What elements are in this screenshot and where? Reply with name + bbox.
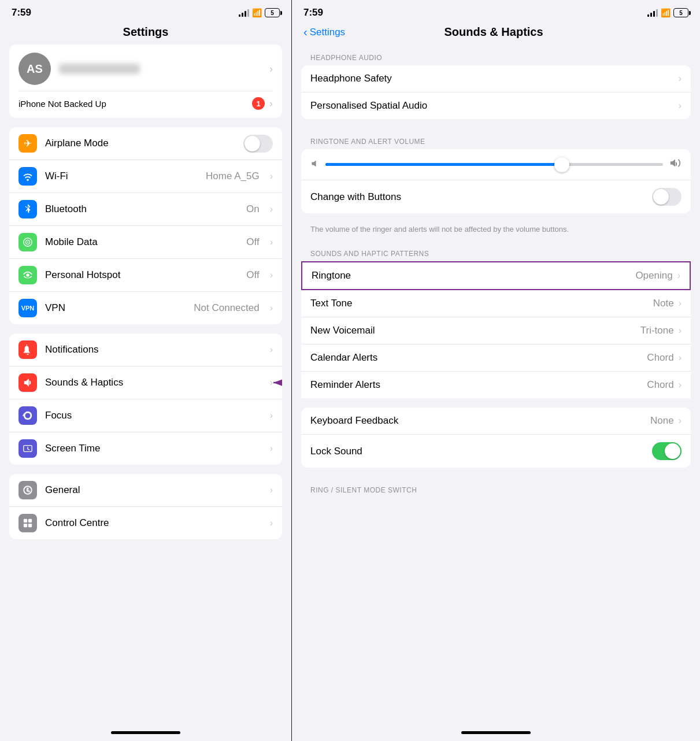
left-status-bar: 7:59 📶 5 (0, 0, 291, 23)
volume-slider-fill (325, 163, 562, 166)
feedback-group: Keyboard Feedback None › Lock Sound (301, 407, 691, 468)
hotspot-icon (18, 266, 37, 284)
headphone-audio-header: HEADPHONE AUDIO (301, 45, 691, 65)
sounds-haptics-label: Sounds & Haptics (45, 377, 260, 388)
left-home-indicator (0, 724, 291, 741)
mobiledata-icon (18, 233, 37, 251)
reminder-item[interactable]: Reminder Alerts Chord › (301, 372, 691, 398)
left-status-icons: 📶 5 (239, 8, 280, 17)
bluetooth-icon (18, 200, 37, 218)
wifi-icon: 📶 (252, 8, 262, 17)
backup-chevron-icon: › (269, 98, 273, 110)
volume-slider-thumb[interactable] (554, 157, 569, 172)
headphone-safety-item[interactable]: Headphone Safety › (301, 65, 691, 92)
backup-badge: 1 (252, 97, 265, 110)
vpn-item[interactable]: VPN VPN Not Connected › (9, 292, 282, 324)
calendar-chevron-icon: › (679, 353, 682, 363)
focus-item[interactable]: Focus › (9, 399, 282, 432)
spatial-audio-chevron-icon: › (679, 101, 682, 111)
calendar-item[interactable]: Calendar Alerts Chord › (301, 344, 691, 372)
screentime-item[interactable]: Screen Time › (9, 432, 282, 465)
change-with-buttons-row[interactable]: Change with Buttons (301, 180, 691, 213)
locksound-toggle[interactable] (652, 442, 682, 460)
controlcentre-item[interactable]: Control Centre › (9, 507, 282, 539)
back-chevron-icon: ‹ (303, 25, 308, 39)
wifi-chevron-icon: › (270, 171, 273, 181)
right-nav-bar: ‹ Settings Sounds & Haptics (292, 23, 700, 45)
reminder-chevron-icon: › (679, 380, 682, 390)
keyboard-feedback-value: None (650, 415, 674, 427)
ringtone-value: Opening (635, 270, 672, 281)
svg-rect-8 (28, 519, 32, 523)
right-content: HEADPHONE AUDIO Headphone Safety › Perso… (292, 45, 700, 724)
network-group: ✈ Airplane Mode Wi-Fi Home A_5G › Blueto… (9, 127, 282, 324)
volume-slider-row[interactable] (301, 149, 691, 180)
bluetooth-chevron-icon: › (270, 204, 273, 214)
headphone-safety-chevron-icon: › (679, 73, 682, 84)
patterns-group: Ringtone Opening › Text Tone Note › New … (301, 261, 691, 398)
texttone-item[interactable]: Text Tone Note › (301, 290, 691, 317)
calendar-label: Calendar Alerts (310, 352, 647, 364)
reminder-label: Reminder Alerts (310, 379, 647, 391)
wifi-value: Home A_5G (206, 171, 260, 182)
spatial-audio-item[interactable]: Personalised Spatial Audio › (301, 92, 691, 119)
change-with-buttons-note: The volume of the ringer and alerts will… (301, 223, 691, 240)
wifi-label: Wi-Fi (45, 171, 198, 182)
locksound-item[interactable]: Lock Sound (301, 435, 691, 468)
svg-point-6 (24, 487, 32, 494)
right-wifi-icon: 📶 (661, 8, 671, 17)
profile-card[interactable]: AS › iPhone Not Backed Up 1 › (9, 45, 282, 118)
left-status-time: 7:59 (12, 7, 31, 18)
airplane-toggle[interactable] (243, 135, 273, 153)
hotspot-item[interactable]: Personal Hotspot Off › (9, 259, 282, 292)
volume-low-icon (310, 159, 320, 171)
back-button[interactable]: ‹ Settings (303, 25, 345, 39)
right-status-icons: 📶 5 (647, 8, 688, 17)
focus-label: Focus (45, 410, 260, 421)
profile-chevron-icon: › (269, 63, 273, 75)
right-home-indicator (292, 724, 700, 741)
mobiledata-value: Off (246, 236, 259, 248)
bluetooth-label: Bluetooth (45, 203, 238, 215)
right-status-time: 7:59 (303, 7, 323, 18)
newvoicemail-label: New Voicemail (310, 325, 640, 336)
vpn-icon: VPN (18, 299, 37, 317)
hotspot-value: Off (246, 269, 259, 281)
ringtone-item[interactable]: Ringtone Opening › (301, 261, 691, 290)
wifi-item[interactable]: Wi-Fi Home A_5G › (9, 160, 282, 193)
ring-silent-header: RING / SILENT MODE SWITCH (301, 477, 691, 498)
notifications-label: Notifications (45, 344, 260, 355)
change-with-buttons-toggle[interactable] (652, 188, 682, 206)
newvoicemail-item[interactable]: New Voicemail Tri-tone › (301, 317, 691, 344)
backup-text: iPhone Not Backed Up (18, 99, 106, 109)
back-label: Settings (310, 27, 345, 38)
bluetooth-item[interactable]: Bluetooth On › (9, 193, 282, 226)
controlcentre-icon (18, 514, 37, 532)
texttone-chevron-icon: › (679, 298, 682, 309)
signal-icon (239, 9, 249, 17)
right-panel: 7:59 📶 5 ‹ Settings Sounds & Haptics HEA… (292, 0, 700, 741)
profile-row[interactable]: AS › (18, 53, 273, 85)
focus-icon (18, 406, 37, 425)
svg-rect-7 (24, 519, 27, 523)
volume-slider-track[interactable] (325, 163, 663, 166)
keyboard-feedback-item[interactable]: Keyboard Feedback None › (301, 407, 691, 435)
reminder-value: Chord (647, 379, 673, 391)
vpn-chevron-icon: › (270, 303, 273, 313)
left-panel: 7:59 📶 5 Settings AS › iP (0, 0, 292, 741)
general-label: General (45, 484, 260, 496)
airplane-mode-item[interactable]: ✈ Airplane Mode (9, 127, 282, 160)
mobiledata-label: Mobile Data (45, 236, 238, 248)
screentime-label: Screen Time (45, 443, 260, 454)
backup-row[interactable]: iPhone Not Backed Up 1 › (18, 91, 273, 110)
keyboard-chevron-icon: › (679, 416, 682, 426)
focus-chevron-icon: › (270, 410, 273, 421)
airplane-icon: ✈ (18, 134, 37, 153)
general-item[interactable]: General › (9, 474, 282, 507)
newvoicemail-chevron-icon: › (679, 325, 682, 336)
mobiledata-item[interactable]: Mobile Data Off › (9, 226, 282, 259)
notifications-item[interactable]: Notifications › (9, 334, 282, 366)
keyboard-feedback-label: Keyboard Feedback (310, 415, 650, 427)
sounds-haptics-item[interactable]: Sounds & Haptics › (9, 366, 282, 399)
svg-rect-10 (28, 524, 32, 527)
